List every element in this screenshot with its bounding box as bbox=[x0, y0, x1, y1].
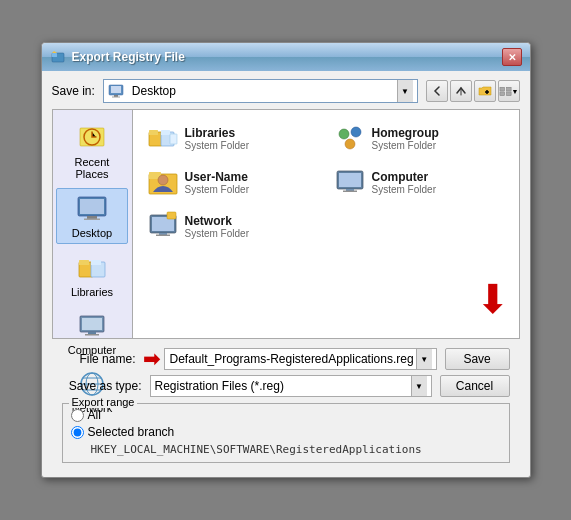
save-type-combo[interactable]: Registration Files (*.reg) ▼ bbox=[150, 375, 432, 397]
svg-rect-46 bbox=[343, 191, 357, 193]
file-info: Computer System Folder bbox=[372, 170, 436, 195]
up-btn[interactable] bbox=[450, 80, 472, 102]
file-type: System Folder bbox=[185, 184, 249, 195]
back-icon bbox=[431, 85, 443, 97]
close-button[interactable]: ✕ bbox=[502, 48, 522, 66]
cancel-button[interactable]: Cancel bbox=[440, 375, 510, 397]
main-area: Recent Places Desktop bbox=[52, 109, 520, 339]
svg-rect-16 bbox=[80, 199, 104, 214]
file-name: Libraries bbox=[185, 126, 249, 140]
export-registry-dialog: Export Registry File ✕ Save in: Desktop … bbox=[41, 42, 531, 478]
selected-radio-row: Selected branch bbox=[71, 425, 501, 439]
views-dropdown-indicator: ▼ bbox=[512, 88, 519, 95]
svg-point-42 bbox=[158, 175, 168, 185]
file-name-label: File name: bbox=[62, 352, 136, 366]
list-item[interactable]: Computer System Folder bbox=[328, 162, 511, 202]
libraries-file-icon bbox=[147, 122, 179, 154]
new-folder-icon bbox=[478, 85, 492, 97]
file-type: System Folder bbox=[185, 228, 249, 239]
save-as-type-label: Save as type: bbox=[62, 379, 142, 393]
save-in-dropdown-btn[interactable]: ▼ bbox=[397, 80, 413, 102]
svg-rect-50 bbox=[156, 235, 170, 237]
sidebar-item-desktop[interactable]: Desktop bbox=[56, 188, 128, 244]
right-arrow-indicator: ➡ bbox=[143, 347, 160, 371]
list-item[interactable]: User-Name System Folder bbox=[141, 162, 324, 202]
all-label[interactable]: All bbox=[88, 408, 101, 422]
sidebar: Recent Places Desktop bbox=[53, 110, 133, 338]
file-area: Libraries System Folder Homegroup bbox=[133, 110, 519, 338]
list-item[interactable]: Libraries System Folder bbox=[141, 118, 324, 158]
save-type-dropdown-btn[interactable]: ▼ bbox=[411, 376, 427, 396]
libraries-icon bbox=[76, 252, 108, 284]
save-button[interactable]: Save bbox=[445, 348, 510, 370]
desktop-label: Desktop bbox=[72, 227, 112, 239]
computer-icon bbox=[76, 310, 108, 342]
recent-places-icon bbox=[76, 122, 108, 154]
network-file-icon bbox=[147, 210, 179, 242]
svg-rect-35 bbox=[161, 130, 170, 135]
up-icon bbox=[455, 85, 467, 97]
bottom-area: File name: ➡ Default_Programs-Registered… bbox=[52, 339, 520, 469]
file-name: User-Name bbox=[185, 170, 249, 184]
file-type: System Folder bbox=[372, 140, 439, 151]
save-in-value: Desktop bbox=[128, 84, 393, 98]
toolbar-buttons: ▼ bbox=[426, 80, 520, 102]
libraries-label: Libraries bbox=[71, 286, 113, 298]
selected-branch-label[interactable]: Selected branch bbox=[88, 425, 175, 439]
svg-rect-3 bbox=[111, 86, 121, 93]
save-in-combo[interactable]: Desktop ▼ bbox=[103, 79, 418, 103]
svg-rect-51 bbox=[167, 212, 176, 219]
svg-rect-10 bbox=[506, 87, 511, 91]
all-radio-row: All bbox=[71, 408, 501, 422]
dialog-icon bbox=[50, 49, 66, 65]
export-range-group: Export range All Selected branch HKEY_LO… bbox=[62, 403, 510, 463]
dialog-title: Export Registry File bbox=[72, 50, 185, 64]
save-in-row: Save in: Desktop ▼ bbox=[52, 79, 520, 103]
file-type: System Folder bbox=[185, 140, 249, 151]
branch-path: HKEY_LOCAL_MACHINE\SOFTWARE\RegisteredAp… bbox=[91, 443, 422, 456]
file-name-dropdown-btn[interactable]: ▼ bbox=[416, 349, 432, 369]
svg-rect-12 bbox=[506, 92, 511, 96]
svg-rect-1 bbox=[52, 53, 57, 57]
file-name: Computer bbox=[372, 170, 436, 184]
file-info: Network System Folder bbox=[185, 214, 249, 239]
svg-point-39 bbox=[345, 139, 355, 149]
svg-point-37 bbox=[339, 129, 349, 139]
svg-rect-36 bbox=[170, 134, 177, 144]
file-name-value: Default_Programs-RegisteredApplications.… bbox=[169, 352, 413, 366]
sidebar-item-recent-places[interactable]: Recent Places bbox=[56, 118, 128, 184]
save-type-row: Save as type: Registration Files (*.reg)… bbox=[62, 375, 510, 397]
recent-places-label: Recent Places bbox=[60, 156, 124, 180]
list-item[interactable]: Network System Folder bbox=[141, 206, 324, 246]
svg-rect-18 bbox=[84, 219, 100, 221]
file-name: Homegroup bbox=[372, 126, 439, 140]
back-btn[interactable] bbox=[426, 80, 448, 102]
save-type-value: Registration Files (*.reg) bbox=[155, 379, 409, 393]
new-folder-btn[interactable] bbox=[474, 80, 496, 102]
file-info: Homegroup System Folder bbox=[372, 126, 439, 151]
file-name-row: File name: ➡ Default_Programs-Registered… bbox=[62, 347, 510, 371]
file-name-combo[interactable]: Default_Programs-RegisteredApplications.… bbox=[164, 348, 436, 370]
views-btn[interactable]: ▼ bbox=[498, 80, 520, 102]
desktop-small-icon bbox=[108, 84, 124, 98]
views-icon bbox=[499, 85, 512, 97]
svg-rect-20 bbox=[79, 260, 89, 265]
svg-rect-5 bbox=[112, 97, 120, 98]
homegroup-file-icon bbox=[334, 122, 366, 154]
list-item[interactable]: Homegroup System Folder bbox=[328, 118, 511, 158]
all-radio[interactable] bbox=[71, 409, 84, 422]
svg-rect-26 bbox=[85, 334, 99, 336]
svg-rect-11 bbox=[499, 92, 504, 96]
save-in-label: Save in: bbox=[52, 84, 95, 98]
svg-point-38 bbox=[351, 127, 361, 137]
file-type: System Folder bbox=[372, 184, 436, 195]
svg-rect-9 bbox=[499, 87, 504, 91]
sidebar-item-libraries[interactable]: Libraries bbox=[56, 248, 128, 302]
svg-rect-24 bbox=[82, 318, 102, 330]
computer-file-icon bbox=[334, 166, 366, 198]
file-info: Libraries System Folder bbox=[185, 126, 249, 151]
file-name: Network bbox=[185, 214, 249, 228]
title-bar: Export Registry File ✕ bbox=[42, 43, 530, 71]
selected-branch-radio[interactable] bbox=[71, 426, 84, 439]
file-info: User-Name System Folder bbox=[185, 170, 249, 195]
